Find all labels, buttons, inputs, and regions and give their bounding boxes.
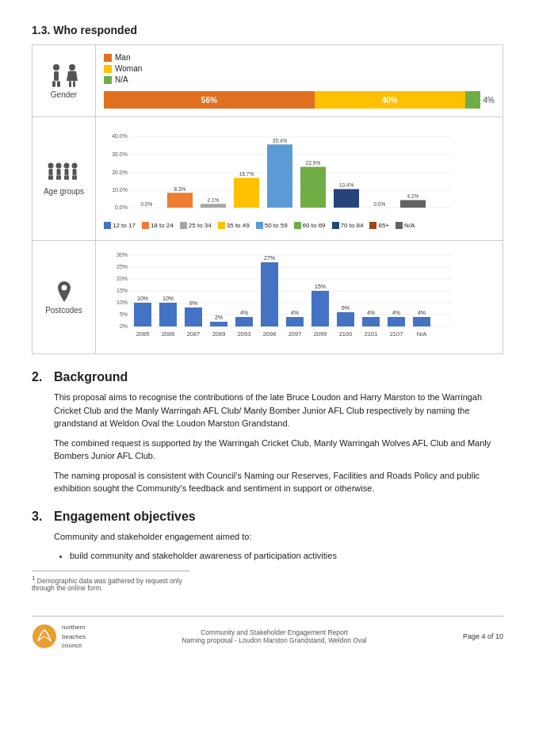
who-responded-table: Gender Man Woman N/A (32, 44, 503, 354)
svg-text:4%: 4% (367, 310, 375, 315)
gender-legend: Man Woman N/A (104, 53, 495, 86)
location-icon (40, 281, 87, 303)
section-2-number: 2. (32, 370, 48, 384)
age-chart-cell: 40.0% 30.0% 20.0% 10.0% 0.0% (96, 117, 503, 241)
svg-point-0 (53, 64, 59, 71)
svg-text:25%: 25% (117, 264, 128, 269)
postcodes-row: Postcodes 30% 25% 20% 15% 10% 5% 0% (32, 241, 503, 354)
svg-rect-10 (51, 175, 53, 180)
svg-text:N/A: N/A (417, 330, 427, 338)
footnote-text: Demographic data was gathered by request… (32, 576, 182, 592)
svg-rect-80 (311, 291, 329, 326)
age-legend-70-84-label: 70 to 84 (341, 222, 364, 229)
svg-rect-86 (388, 317, 405, 326)
svg-text:20%: 20% (117, 276, 128, 281)
gender-legend-woman: Woman (104, 64, 495, 73)
svg-text:8.3%: 8.3% (174, 186, 186, 192)
svg-text:2086: 2086 (162, 330, 175, 338)
svg-text:0.0%: 0.0% (115, 204, 128, 210)
man-bar-label: 56% (201, 96, 217, 105)
woman-legend-label: Woman (115, 64, 142, 73)
svg-rect-70 (185, 307, 202, 326)
section-2-para-1: This proposal aims to recognise the cont… (54, 391, 503, 430)
svg-rect-5 (69, 81, 71, 87)
man-legend-box (104, 54, 112, 62)
svg-rect-41 (267, 144, 292, 208)
svg-text:10%: 10% (117, 300, 128, 305)
age-bar-chart: 40.0% 30.0% 20.0% 10.0% 0.0% (104, 128, 453, 216)
na-bar (465, 91, 480, 109)
svg-rect-82 (337, 312, 354, 326)
footer-logo-line1: northern (62, 623, 86, 632)
svg-text:2%: 2% (215, 315, 223, 320)
svg-rect-3 (57, 81, 60, 87)
location-pin-icon (55, 281, 73, 303)
svg-rect-14 (59, 175, 61, 180)
age-legend-50-59-label: 50 to 59 (265, 222, 288, 229)
svg-text:22.9%: 22.9% (306, 160, 321, 166)
svg-rect-35 (167, 193, 193, 208)
age-legend-60-69-box (294, 222, 301, 229)
svg-rect-18 (67, 175, 69, 180)
gender-row: Gender Man Woman N/A (32, 45, 503, 117)
svg-text:15%: 15% (117, 288, 128, 293)
section-2-heading: 2. Background (32, 370, 503, 384)
svg-rect-66 (134, 303, 151, 326)
svg-rect-1 (54, 71, 59, 81)
female-figure-icon (65, 63, 79, 87)
svg-rect-37 (201, 204, 226, 208)
footer-center-text: Community and Stakeholder Engagement Rep… (182, 628, 366, 644)
gender-legend-man: Man (104, 53, 495, 62)
age-legend-85plus-box (369, 222, 376, 229)
section-1-3-heading: 1.3. Who responded (32, 24, 503, 36)
svg-text:10%: 10% (137, 296, 148, 301)
age-legend-25-34-label: 25 to 34 (189, 222, 212, 229)
age-legend-35-49-label: 35 to 49 (227, 222, 250, 229)
age-legend-85plus: 85+ (369, 222, 389, 229)
svg-text:10%: 10% (162, 296, 174, 301)
section-2-title: Background (54, 370, 128, 384)
svg-point-11 (55, 163, 61, 169)
section-3-number: 3. (32, 510, 48, 524)
svg-point-15 (63, 163, 69, 169)
age-legend-60-69-label: 60 to 69 (303, 222, 326, 229)
svg-text:2107: 2107 (390, 330, 403, 338)
section-2-para-2: The combined request is supported by the… (54, 437, 503, 463)
age-legend-na-box (396, 222, 403, 229)
svg-text:30%: 30% (117, 252, 128, 258)
svg-text:2101: 2101 (365, 330, 378, 338)
svg-rect-88 (413, 317, 430, 326)
svg-text:20.0%: 20.0% (112, 170, 128, 175)
svg-text:6%: 6% (342, 305, 350, 311)
svg-text:0.0%: 0.0% (141, 201, 153, 207)
svg-rect-16 (64, 169, 68, 175)
svg-rect-12 (56, 169, 60, 175)
svg-rect-68 (159, 303, 177, 326)
page-footer: northern beaches council Community and S… (32, 616, 503, 650)
age-legend-35-49-box (218, 222, 225, 229)
age-legend: 12 to 17 18 to 24 25 to 34 35 to 49 (104, 222, 495, 229)
section-2-para-3: The naming proposal is consistent with C… (54, 469, 503, 495)
svg-rect-8 (48, 169, 52, 175)
footer-logo-text: northern beaches council (62, 623, 86, 650)
svg-rect-13 (56, 175, 59, 180)
svg-text:2085: 2085 (136, 330, 150, 338)
svg-rect-6 (73, 81, 75, 87)
footnote: 1 Demographic data was gathered by reque… (32, 571, 190, 593)
svg-rect-74 (235, 317, 253, 326)
footer-page-number: Page 4 of 10 (463, 632, 503, 640)
svg-point-4 (69, 64, 75, 71)
age-legend-25-34-box (180, 222, 187, 229)
footer-logo-line3: council (62, 641, 86, 650)
svg-text:10.0%: 10.0% (112, 187, 128, 193)
na-bar-outside-label: 4% (483, 96, 495, 105)
svg-text:8%: 8% (189, 300, 197, 306)
footer-center-line1: Community and Stakeholder Engagement Rep… (182, 628, 366, 636)
age-legend-60-69: 60 to 69 (294, 222, 326, 229)
gender-icon (40, 63, 87, 87)
age-groups-label: Age groups (40, 187, 87, 196)
council-logo-icon (32, 624, 57, 649)
svg-text:5%: 5% (120, 311, 128, 317)
age-legend-35-49: 35 to 49 (218, 222, 250, 229)
age-legend-18-24-box (142, 222, 149, 229)
